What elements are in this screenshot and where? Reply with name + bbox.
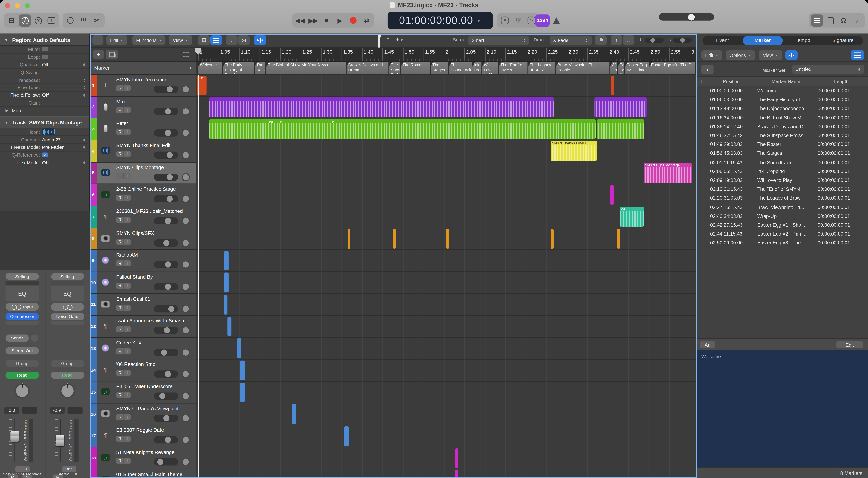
timeline-marker-chip[interactable]: Easter Egg #3 - The Di	[649, 62, 694, 74]
fader-knob[interactable]	[165, 437, 171, 443]
fader-knob[interactable]	[163, 415, 169, 421]
track-pan-knob[interactable]	[182, 458, 190, 466]
audio-region[interactable]: 2	[280, 120, 285, 140]
track-volume-fader[interactable]	[154, 349, 178, 356]
audio-region[interactable]: 23	[620, 207, 644, 227]
track-r-button[interactable]: R	[116, 326, 123, 332]
track-r-button[interactable]: R	[116, 414, 123, 420]
notes-edit-button[interactable]: Edit	[836, 341, 863, 348]
track-pan-knob[interactable]	[182, 282, 190, 291]
track-i-button[interactable]: I	[123, 392, 131, 398]
track-volume-fader[interactable]	[154, 392, 178, 400]
record-button[interactable]	[347, 14, 359, 27]
strip-eq-slot[interactable]: EQ	[6, 286, 39, 301]
track-header-row[interactable]: 17¶E3 2007 Reggie DateMSRI	[90, 425, 196, 447]
browsers-button[interactable]: ♪	[851, 14, 863, 27]
track-volume-fader[interactable]	[154, 327, 178, 334]
list-editors-button[interactable]	[811, 14, 823, 27]
track-pan-knob[interactable]	[182, 107, 190, 115]
track-pan-knob[interactable]	[182, 195, 190, 203]
track-i-button[interactable]: I	[123, 458, 131, 464]
timeline-marker-chip[interactable]: The Roster	[401, 62, 430, 74]
timeline-marker-chip[interactable]: The Early History of Brawl	[223, 62, 254, 74]
marker-list-row[interactable]: 01:46:37:15.43The Subspace Emiss...00:00…	[697, 131, 868, 140]
fader-knob[interactable]	[165, 130, 171, 136]
flex-button[interactable]	[254, 35, 266, 45]
note-pads-button[interactable]	[824, 14, 836, 27]
strip-volume-value[interactable]: 0.0	[4, 407, 19, 414]
track-icon-waveform[interactable]	[42, 129, 55, 136]
audio-region[interactable]	[611, 75, 614, 95]
track-header-row[interactable]: 14¶'06 Reaction StripMSRI	[90, 360, 196, 381]
track-pan-knob[interactable]	[182, 304, 190, 313]
track-r-button[interactable]: R	[116, 282, 123, 288]
track-r-button[interactable]: R	[116, 85, 123, 91]
audio-region[interactable]	[292, 404, 296, 424]
inspector-button[interactable]: i	[19, 14, 31, 27]
track-header-row[interactable]: 6♫2-58 Online Practice StageMSRI	[90, 184, 196, 206]
marker-list-row[interactable]: 01:13:49:00.00The Dojooooooooooo...00:00…	[697, 104, 868, 113]
audio-region[interactable]: SMYN Thanks Final E	[551, 141, 597, 161]
marker-list-row[interactable]: 01:06:03:00.00The Early History of...00:…	[697, 95, 868, 104]
track-volume-fader[interactable]	[154, 305, 178, 312]
track-i-button[interactable]: I	[123, 151, 131, 157]
track-i-button[interactable]: I	[123, 370, 131, 376]
rewind-button[interactable]: ◀◀	[294, 14, 306, 27]
marker-note-text[interactable]: Welcome	[697, 350, 868, 467]
strip-pan-knob[interactable]	[14, 383, 30, 399]
audio-region[interactable]	[617, 229, 620, 249]
timeline-marker-chip[interactable]: Ink Dropping	[472, 62, 482, 74]
crossfade-button[interactable]: ⋈	[238, 35, 250, 45]
track-i-button[interactable]: I	[123, 304, 131, 310]
grid-view-button[interactable]	[198, 35, 210, 45]
audio-region[interactable]: SMYN Clips Montage	[644, 163, 692, 183]
track-volume-fader[interactable]	[154, 108, 178, 115]
smart-controls-button[interactable]	[64, 14, 76, 27]
timeline-marker-chip[interactable]: Wrap-Up	[610, 62, 617, 74]
track-pan-knob[interactable]	[182, 436, 190, 444]
automation-button[interactable]: ⤴	[226, 35, 238, 45]
timeline-marker-chip[interactable]: The Dojoooooooooo	[255, 62, 265, 74]
marker-edit-menu[interactable]: Edit▼	[702, 50, 722, 60]
add-track-button[interactable]: ＋	[93, 50, 104, 59]
track-i-button[interactable]: I	[123, 173, 131, 179]
snap-dropdown[interactable]: Smart▲▼	[468, 36, 529, 45]
marker-list-row[interactable]: 01:16:34:00.00The Birth of Show M...00:0…	[697, 113, 868, 122]
timeline-marker-chip[interactable]: Easter Egg #1 - Sho	[618, 62, 624, 74]
track-volume-fader[interactable]	[154, 436, 178, 444]
track-volume-fader[interactable]	[154, 283, 178, 290]
track-i-button[interactable]: I	[123, 348, 131, 354]
strip-sends-button[interactable]: Sends	[6, 334, 29, 342]
marker-view-menu[interactable]: View▼	[759, 50, 782, 60]
track-r-button[interactable]: R	[116, 217, 123, 223]
edit-menu[interactable]: Edit▼	[106, 35, 127, 45]
catch-playhead-button[interactable]: ↑	[92, 35, 103, 45]
track-header-row[interactable]: 11Smash Cast 01MSRI	[90, 294, 196, 316]
track-pan-knob[interactable]	[182, 414, 190, 422]
marker-list-row[interactable]: 01:56:45:03.03The Stages00:00:00:00.01	[697, 149, 868, 158]
track-i-button[interactable]: I	[123, 217, 131, 223]
stepper-icon[interactable]: ▲▼	[83, 160, 86, 165]
track-volume-fader[interactable]	[154, 371, 178, 378]
strip-button-i[interactable]: I	[23, 466, 30, 472]
marker-list-row[interactable]: 02:42:27:15.43Easter Egg #1 - Sho...00:0…	[697, 220, 868, 230]
strip-group-slot[interactable]: Group	[6, 360, 39, 367]
track-r-button[interactable]: R	[116, 129, 123, 135]
fader-knob[interactable]	[157, 459, 163, 465]
audio-region[interactable]	[209, 97, 554, 117]
audio-region[interactable]	[551, 229, 554, 249]
timeline-marker-chip[interactable]: The Soundtrack	[449, 62, 472, 74]
fader-knob[interactable]	[167, 174, 173, 180]
notes-font-button[interactable]: Aa	[700, 341, 715, 348]
timeline-marker-chip[interactable]: Wii Love to Play	[482, 62, 498, 74]
strip-automation-button[interactable]: Read	[6, 372, 39, 379]
track-i-button[interactable]: I	[123, 107, 131, 113]
track-header-row[interactable]: 7¶230301_MF23...pair_MatchedMSRI	[90, 206, 196, 228]
vertical-zoom-slider[interactable]	[645, 38, 663, 42]
stepper-icon[interactable]: ▲▼	[83, 63, 86, 67]
track-pan-knob[interactable]	[182, 151, 190, 159]
track-header-row[interactable]: 1𝄀SMYN Intro RecreationMSRI	[90, 75, 196, 97]
marker-list-row[interactable]: 02:27:15:15.43Brawl Viewpoint: Th...00:0…	[697, 203, 868, 211]
track-r-button[interactable]: R	[116, 370, 123, 376]
header-config-button[interactable]	[180, 50, 192, 59]
